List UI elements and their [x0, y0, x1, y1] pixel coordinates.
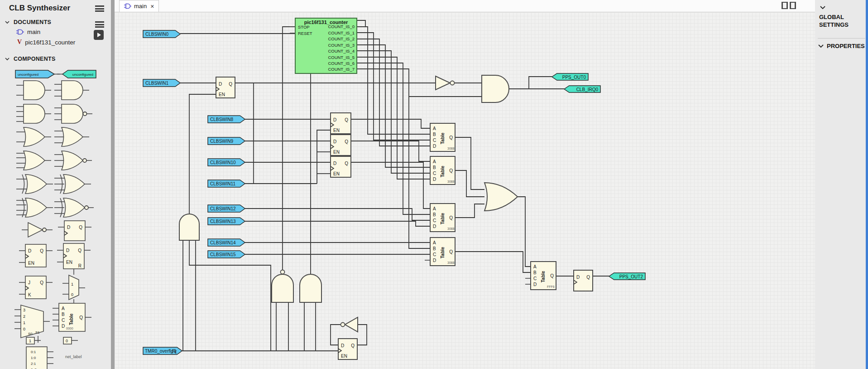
palette-xnor3-gate[interactable]: [54, 198, 94, 217]
svg-text:Table: Table: [440, 132, 445, 144]
not-gate-1[interactable]: [436, 76, 455, 90]
sidebar-item-main[interactable]: main: [16, 29, 40, 35]
input-pin-clbswin11[interactable]: CLBSWIN11: [208, 180, 245, 187]
dff-en-3[interactable]: D Q EN: [331, 135, 351, 155]
lut-table-4[interactable]: A B C D Table 3088 Q: [430, 238, 455, 266]
palette-dff-en[interactable]: D Q EN: [19, 244, 53, 267]
palette-const-one[interactable]: 1: [26, 337, 41, 344]
svg-text:3088: 3088: [447, 147, 455, 150]
palette-input-pin[interactable]: unconfigured: [15, 70, 60, 78]
palette-nor3-gate[interactable]: [54, 151, 92, 170]
output-pin-pps-out0[interactable]: PPS_OUT0: [552, 73, 588, 80]
dff-output[interactable]: D Q: [574, 270, 593, 291]
palette-jkff[interactable]: J Q K: [19, 276, 53, 299]
input-pin-tmr0-overflow[interactable]: TMR0_overflow: [143, 347, 182, 354]
tab-close-icon[interactable]: ×: [150, 3, 154, 10]
lut-table-3[interactable]: A B C D Table 3088 Q: [430, 204, 455, 232]
svg-text:A: A: [433, 159, 436, 164]
nand-gate-up[interactable]: [272, 270, 293, 303]
svg-text:D: D: [341, 343, 344, 348]
input-pin-clbswin12[interactable]: CLBSWIN12: [208, 205, 245, 212]
svg-text:S1: S1: [35, 330, 40, 335]
svg-text:EN: EN: [333, 128, 340, 133]
input-pin-clbswin13[interactable]: CLBSWIN13: [208, 218, 245, 225]
svg-text:0: 0: [71, 292, 73, 297]
palette-and4-gate[interactable]: [16, 104, 51, 123]
component-palette: unconfigured unconfigured: [0, 67, 111, 369]
svg-text:Q: Q: [78, 248, 82, 253]
tab-main[interactable]: main ×: [119, 0, 159, 12]
sidebar-divider[interactable]: [111, 0, 115, 369]
svg-text:Q: Q: [345, 161, 348, 166]
input-pin-clbswin10[interactable]: CLBSWIN10: [208, 159, 245, 166]
and-gate-up[interactable]: [300, 274, 321, 302]
svg-text:EN: EN: [219, 92, 225, 97]
schematic-canvas[interactable]: pic16f131_counter STOP RESET COUNT_IS_0 …: [115, 12, 815, 369]
not-gate-feedback[interactable]: [341, 317, 358, 332]
palette-nand3-gate[interactable]: [54, 104, 92, 123]
components-section-header[interactable]: COMPONENTS: [5, 56, 56, 62]
run-synthesis-button[interactable]: [94, 30, 104, 40]
and-gate-up-enable[interactable]: [179, 214, 199, 240]
svg-text:3088: 3088: [447, 261, 455, 264]
svg-text:Q: Q: [586, 275, 590, 280]
global-settings-chevron-icon[interactable]: [820, 5, 826, 10]
palette-not-gate[interactable]: [22, 223, 53, 237]
svg-text:C: C: [62, 318, 65, 323]
menu-icon[interactable]: [95, 5, 104, 12]
palette-dff[interactable]: D Q: [58, 221, 91, 241]
lut-table-2[interactable]: A B C D Table 3088 Q: [430, 156, 455, 184]
output-pin-clb-irq0[interactable]: CLB_IRQ0: [564, 86, 600, 92]
palette-dff-en-r[interactable]: D Q EN R: [57, 243, 91, 275]
input-pin-clbswin1[interactable]: CLBSWIN1: [143, 79, 180, 87]
palette-const-zero[interactable]: 0: [63, 337, 78, 344]
svg-text:FFF6: FFF6: [547, 285, 555, 288]
palette-xor3-gate[interactable]: [54, 175, 91, 194]
svg-text:A: A: [433, 206, 436, 211]
palette-output-pin[interactable]: unconfigured: [57, 70, 96, 78]
split-left-icon[interactable]: [782, 2, 788, 9]
global-settings-header[interactable]: GLOBAL SETTINGS: [819, 14, 861, 29]
properties-header[interactable]: PROPERTIES: [818, 43, 865, 49]
lut-table-1[interactable]: A B C D Table 3088 Q: [430, 123, 455, 151]
palette-counter-block[interactable]: 0:1 1:0 2:1 0x5: [26, 347, 53, 369]
output-pin-pps-out2[interactable]: PPS_OUT2: [609, 273, 645, 280]
dff-en-toggle[interactable]: D Q EN: [338, 339, 357, 359]
palette-table-lut[interactable]: A B C D Table 0000 Q: [53, 303, 91, 331]
svg-text:3088: 3088: [447, 180, 455, 183]
documents-menu-icon[interactable]: [95, 21, 104, 28]
input-pin-clbswin9[interactable]: CLBSWIN9: [208, 137, 245, 145]
palette-or2-gate[interactable]: [16, 127, 51, 146]
input-pin-clbswin15[interactable]: CLBSWIN15: [208, 251, 245, 258]
palette-and2-gate[interactable]: [16, 81, 51, 100]
sidebar-item-pic16f131-counter[interactable]: V pic16f131_counter: [17, 39, 75, 46]
palette-or3-gate[interactable]: [54, 127, 89, 146]
dff-en-1[interactable]: D Q EN: [216, 77, 235, 98]
svg-text:unconfigured: unconfigured: [72, 73, 93, 77]
svg-text:unconfigured: unconfigured: [18, 73, 38, 77]
svg-text:COUNT_IS_3: COUNT_IS_3: [328, 43, 355, 48]
palette-or4-gate[interactable]: [16, 151, 51, 170]
or-gate-big[interactable]: [484, 183, 518, 211]
tab-bar: main ×: [115, 0, 815, 12]
pic16f131-counter-block[interactable]: pic16f131_counter STOP RESET COUNT_IS_0 …: [295, 18, 357, 73]
svg-text:D: D: [333, 139, 336, 144]
input-pin-clbswin0[interactable]: CLBSWIN0: [143, 30, 180, 38]
input-pin-clbswin8[interactable]: CLBSWIN8: [208, 116, 245, 123]
svg-text:EN: EN: [28, 261, 34, 266]
documents-section-header[interactable]: DOCUMENTS: [5, 19, 51, 25]
svg-text:Q: Q: [351, 343, 355, 348]
split-right-icon[interactable]: [790, 2, 796, 9]
input-pin-clbswin14[interactable]: CLBSWIN14: [208, 239, 245, 246]
palette-xor4-gate[interactable]: [16, 198, 53, 217]
svg-text:D: D: [333, 117, 336, 122]
dff-en-4[interactable]: D Q EN: [331, 156, 351, 177]
dff-en-2[interactable]: D Q EN: [331, 113, 351, 134]
palette-net-label[interactable]: net_label: [65, 354, 82, 359]
palette-and3-gate[interactable]: [54, 81, 89, 100]
palette-mux2[interactable]: 1 0: [62, 275, 85, 305]
lut-table-5[interactable]: A B C D Table FFF6 Q: [531, 262, 556, 290]
gate-doc-icon: [16, 29, 24, 35]
and-gate-output[interactable]: [482, 75, 509, 102]
palette-xor2-gate[interactable]: [16, 175, 53, 194]
